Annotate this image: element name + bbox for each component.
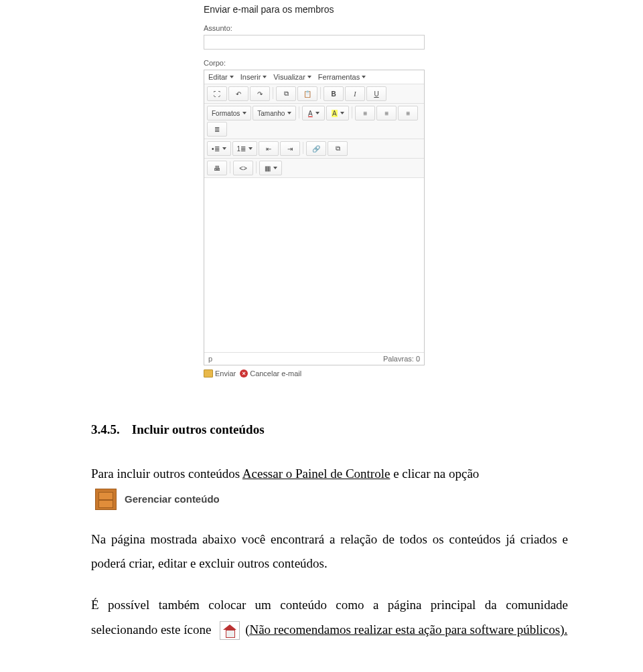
formats-select[interactable]: Formatos	[207, 106, 251, 120]
align-left-button[interactable]: ≡	[355, 106, 375, 120]
align-right-button[interactable]: ≡	[398, 106, 418, 120]
fullscreen-button[interactable]: ⛶	[207, 86, 227, 101]
subject-input[interactable]	[204, 35, 425, 50]
heading-number: 3.4.5.	[91, 422, 120, 436]
paragraph-1: Para incluir outros conteúdos Acessar o …	[91, 462, 568, 510]
chevron-down-icon	[287, 112, 291, 114]
mail-icon	[204, 369, 213, 377]
email-form-screenshot: Enviar e-mail para os membros Assunto: C…	[204, 4, 425, 377]
chevron-down-icon	[273, 167, 277, 169]
chevron-down-icon	[307, 76, 311, 78]
editor-toolbar-row-2: Formatos Tamanho A A ≡ ≡ ≡ ≣	[204, 104, 424, 139]
editor-status-bar: p Palavras: 0	[204, 352, 424, 365]
align-justify-button[interactable]: ≣	[207, 122, 227, 137]
editor-menubar: Editar Inserir Visualizar Ferramentas	[204, 70, 424, 84]
bullet-list-button[interactable]: •≣	[207, 141, 231, 156]
cancel-email-button[interactable]: × Cancelar e-mail	[240, 369, 301, 377]
indent-button[interactable]: ⇥	[280, 141, 300, 156]
highlight-button[interactable]: A	[326, 106, 349, 120]
copy-button[interactable]: ⧉	[276, 86, 296, 101]
chevron-down-icon	[340, 112, 344, 114]
paragraph-3: É possível também colocar um conteúdo co…	[91, 593, 568, 641]
underline-button[interactable]: U	[366, 86, 386, 101]
menu-view[interactable]: Visualizar	[273, 73, 311, 81]
editor-wordcount: Palavras: 0	[383, 355, 420, 363]
chevron-down-icon	[362, 76, 366, 78]
chevron-down-icon	[315, 112, 319, 114]
email-form-actions: Enviar × Cancelar e-mail	[204, 369, 425, 377]
chevron-down-icon	[230, 76, 234, 78]
fontsize-select[interactable]: Tamanho	[253, 106, 296, 120]
editor-content-area[interactable]	[204, 178, 424, 352]
editor-toolbar-row-3: •≣ 1≣ ⇤ ⇥ 🔗 ⧉	[204, 139, 424, 159]
chevron-down-icon	[242, 112, 246, 114]
menu-tools[interactable]: Ferramentas	[318, 73, 366, 81]
source-button[interactable]: <>	[233, 161, 253, 175]
manage-content-icon[interactable]	[95, 489, 117, 510]
italic-button[interactable]: I	[345, 86, 365, 101]
outdent-button[interactable]: ⇤	[259, 141, 279, 156]
align-center-button[interactable]: ≡	[376, 106, 397, 120]
chevron-down-icon	[222, 147, 226, 150]
menu-edit[interactable]: Editar	[208, 73, 234, 81]
table-button[interactable]: ▦	[259, 161, 282, 175]
paste-button[interactable]: 📋	[297, 86, 317, 101]
print-button[interactable]: 🖶	[207, 161, 227, 175]
rich-text-editor: Editar Inserir Visualizar Ferramentas ⛶ …	[204, 70, 425, 365]
subject-label: Assunto:	[204, 24, 425, 32]
fontcolor-button[interactable]: A	[302, 106, 325, 120]
link-button[interactable]: 🔗	[306, 141, 326, 156]
menu-insert[interactable]: Inserir	[240, 73, 267, 81]
document-body: 3.4.5.Incluir outros conteúdos Para incl…	[91, 418, 568, 642]
body-label: Corpo:	[204, 59, 425, 67]
paragraph-2: Na página mostrada abaixo você encontrar…	[91, 527, 568, 576]
chevron-down-icon	[263, 76, 267, 78]
redo-button[interactable]: ↷	[250, 86, 270, 101]
send-email-button[interactable]: Enviar	[204, 369, 236, 377]
undo-button[interactable]: ↶	[228, 86, 248, 101]
editor-toolbar-row-4: 🖶 <> ▦	[204, 159, 424, 178]
editor-toolbar-row-1: ⛶ ↶ ↷ ⧉ 📋 B I U	[204, 84, 424, 104]
parenthetical-note: (Não recomendamos realizar esta ação par…	[245, 622, 567, 637]
link-access-control-panel[interactable]: Acessar o Painel de Controle	[242, 467, 390, 481]
section-heading: 3.4.5.Incluir outros conteúdos	[91, 418, 568, 442]
number-list-button[interactable]: 1≣	[232, 141, 258, 156]
bold-button[interactable]: B	[324, 86, 344, 101]
image-button[interactable]: ⧉	[328, 141, 348, 156]
email-form-title: Enviar e-mail para os membros	[204, 4, 425, 15]
editor-path: p	[208, 355, 212, 363]
chevron-down-icon	[248, 147, 253, 150]
home-icon[interactable]	[220, 621, 240, 640]
manage-content-label[interactable]: Gerenciar conteúdo	[125, 490, 220, 509]
cancel-icon: ×	[240, 369, 248, 377]
heading-text: Incluir outros conteúdos	[132, 422, 265, 436]
